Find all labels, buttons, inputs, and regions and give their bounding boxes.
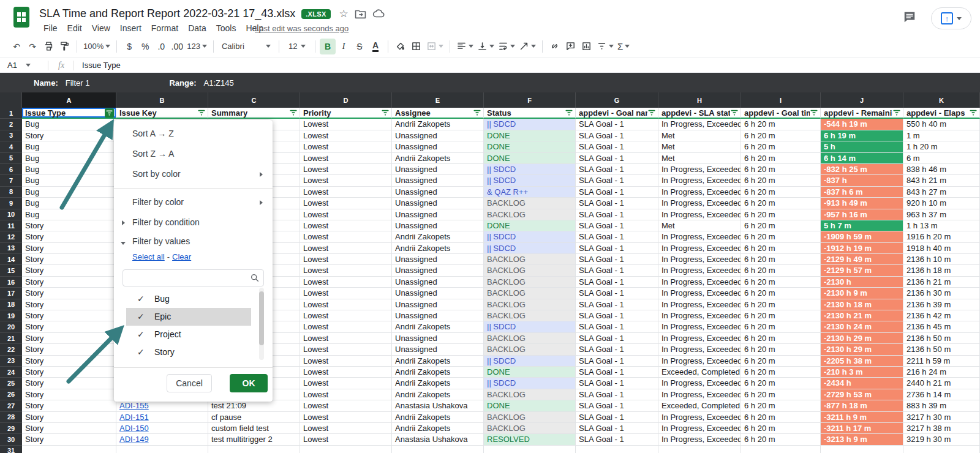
filter-icon-F[interactable] xyxy=(565,108,573,117)
filter-icon-E[interactable] xyxy=(473,108,481,117)
cell-I23[interactable]: 6 h 20 m xyxy=(741,356,821,367)
filter-value-bug[interactable]: ✓Bug xyxy=(126,290,251,308)
cell-E8[interactable]: Unassigned xyxy=(392,187,484,198)
cell-H27[interactable]: Exceeded, Completed xyxy=(658,400,741,411)
row-header-6[interactable]: 6 xyxy=(0,164,22,175)
cell-D31[interactable] xyxy=(300,446,392,453)
create-filter-button[interactable] xyxy=(595,39,616,54)
cell-C30[interactable]: test multitrigger 2 xyxy=(208,434,300,445)
cell-J17[interactable]: -2130 h 9 m xyxy=(821,288,903,299)
cell-F8[interactable]: & QAZ R++ xyxy=(484,187,576,198)
cell-G7[interactable]: SLA Goal - 1 xyxy=(576,175,658,186)
cell-I5[interactable]: 6 h 20 m xyxy=(741,153,821,164)
cell-E4[interactable]: Unassigned xyxy=(392,141,484,152)
column-header-K[interactable]: K xyxy=(903,92,980,108)
cell-I31[interactable] xyxy=(741,446,821,453)
cell-E17[interactable]: Unassigned xyxy=(392,288,484,299)
cell-E18[interactable]: Unassigned xyxy=(392,299,484,310)
cell-H14[interactable]: In Progress, Exceeded xyxy=(658,254,741,265)
column-header-B[interactable]: B xyxy=(116,92,208,108)
cell-G23[interactable]: SLA Goal - 1 xyxy=(576,356,658,367)
cell-I30[interactable]: 6 h 20 m xyxy=(741,434,821,445)
cell-G25[interactable]: SLA Goal - 1 xyxy=(576,378,658,389)
star-icon[interactable]: ☆ xyxy=(339,7,349,20)
row-header-28[interactable]: 28 xyxy=(0,412,22,423)
cell-H19[interactable]: In Progress, Exceeded xyxy=(658,310,741,321)
cell-E25[interactable]: Andrii Zakopets xyxy=(392,378,484,389)
borders-button[interactable] xyxy=(409,39,424,54)
cell-G2[interactable]: SLA Goal - 1 xyxy=(576,119,658,130)
cell-D17[interactable]: Lowest xyxy=(300,288,392,299)
header-cell-F1[interactable]: Status xyxy=(484,108,576,119)
cell-H28[interactable]: In Progress, Exceeded xyxy=(658,412,741,423)
cell-G11[interactable]: SLA Goal - 1 xyxy=(576,220,658,231)
cell-G17[interactable]: SLA Goal - 1 xyxy=(576,288,658,299)
cell-F28[interactable]: BACKLOG xyxy=(484,412,576,423)
column-header-I[interactable]: I xyxy=(741,92,821,108)
menu-insert[interactable]: Insert xyxy=(116,23,146,34)
cell-I26[interactable]: 6 h 20 m xyxy=(741,389,821,400)
cell-H2[interactable]: In Progress, Exceeded xyxy=(658,119,741,130)
cell-I13[interactable]: 6 h 20 m xyxy=(741,243,821,254)
strikethrough-button[interactable]: S xyxy=(352,39,368,54)
cell-A26[interactable]: Story xyxy=(22,389,116,400)
cell-K5[interactable]: 6 m xyxy=(903,153,980,164)
cell-J9[interactable]: -913 h 49 m xyxy=(821,198,903,209)
text-rotation-button[interactable] xyxy=(517,39,538,54)
column-header-C[interactable]: C xyxy=(208,92,300,108)
cell-A24[interactable]: Story xyxy=(22,367,116,378)
cell-F21[interactable]: BACKLOG xyxy=(484,333,576,344)
cell-H9[interactable]: In Progress, Exceeded xyxy=(658,198,741,209)
row-header-7[interactable]: 7 xyxy=(0,175,22,186)
cell-A11[interactable]: Story xyxy=(22,220,116,231)
row-header-13[interactable]: 13 xyxy=(0,243,22,254)
cell-G29[interactable]: SLA Goal - 1 xyxy=(576,423,658,434)
cell-J16[interactable]: -2130 h xyxy=(821,277,903,288)
cell-A31[interactable] xyxy=(22,446,116,453)
cell-H12[interactable]: In Progress, Exceeded xyxy=(658,231,741,242)
row-header-1[interactable]: 1 xyxy=(0,108,22,119)
cell-G27[interactable]: SLA Goal - 1 xyxy=(576,400,658,411)
cell-E15[interactable]: Unassigned xyxy=(392,265,484,276)
select-all-link[interactable]: Select all xyxy=(132,252,165,261)
cell-E6[interactable]: Unassigned xyxy=(392,164,484,175)
cell-E26[interactable]: Andrii Zakopets xyxy=(392,389,484,400)
cell-E27[interactable]: Anastasia Ushakova xyxy=(392,400,484,411)
menu-scrollbar-thumb[interactable] xyxy=(259,291,264,345)
cell-H21[interactable]: In Progress, Exceeded xyxy=(658,333,741,344)
cell-K20[interactable]: 2136 h 45 m xyxy=(903,321,980,332)
menu-data[interactable]: Data xyxy=(184,23,211,34)
cell-A6[interactable]: Bug xyxy=(22,164,116,175)
cell-E13[interactable]: Andrii Zakopets xyxy=(392,243,484,254)
cell-F3[interactable]: DONE xyxy=(484,130,576,141)
cell-D23[interactable]: Lowest xyxy=(300,356,392,367)
cell-J31[interactable] xyxy=(821,446,903,453)
cell-J26[interactable]: -2729 h 53 m xyxy=(821,389,903,400)
filter-search-input[interactable] xyxy=(123,269,264,286)
cell-J25[interactable]: -2434 h xyxy=(821,378,903,389)
cell-J6[interactable]: -832 h 25 m xyxy=(821,164,903,175)
cell-D11[interactable]: Lowest xyxy=(300,220,392,231)
cell-F9[interactable]: BACKLOG xyxy=(484,198,576,209)
cell-J23[interactable]: -2205 h 38 m xyxy=(821,356,903,367)
filter-icon-G[interactable] xyxy=(647,108,656,117)
increase-decimals-button[interactable]: .00 xyxy=(169,39,185,54)
cell-G4[interactable]: SLA Goal - 1 xyxy=(576,141,658,152)
menu-item-sort-by-color[interactable]: Sort by color xyxy=(114,164,273,184)
cell-J5[interactable]: 6 h 14 m xyxy=(821,153,903,164)
cell-D18[interactable]: Lowest xyxy=(300,299,392,310)
font-size-select[interactable]: 12 xyxy=(284,39,311,54)
row-header-5[interactable]: 5 xyxy=(0,153,22,164)
cell-K31[interactable] xyxy=(903,446,980,453)
row-header-20[interactable]: 20 xyxy=(0,321,22,332)
row-header-26[interactable]: 26 xyxy=(0,389,22,400)
cell-K22[interactable]: 2136 h 50 m xyxy=(903,344,980,355)
cell-F7[interactable]: || SDCD xyxy=(484,175,576,186)
cell-F14[interactable]: BACKLOG xyxy=(484,254,576,265)
cell-J24[interactable]: -210 h 3 m xyxy=(821,367,903,378)
cell-H30[interactable]: In Progress, Exceeded xyxy=(658,434,741,445)
cell-G19[interactable]: SLA Goal - 1 xyxy=(576,310,658,321)
row-header-17[interactable]: 17 xyxy=(0,288,22,299)
cell-K9[interactable]: 920 h 10 m xyxy=(903,198,980,209)
row-header-10[interactable]: 10 xyxy=(0,209,22,220)
